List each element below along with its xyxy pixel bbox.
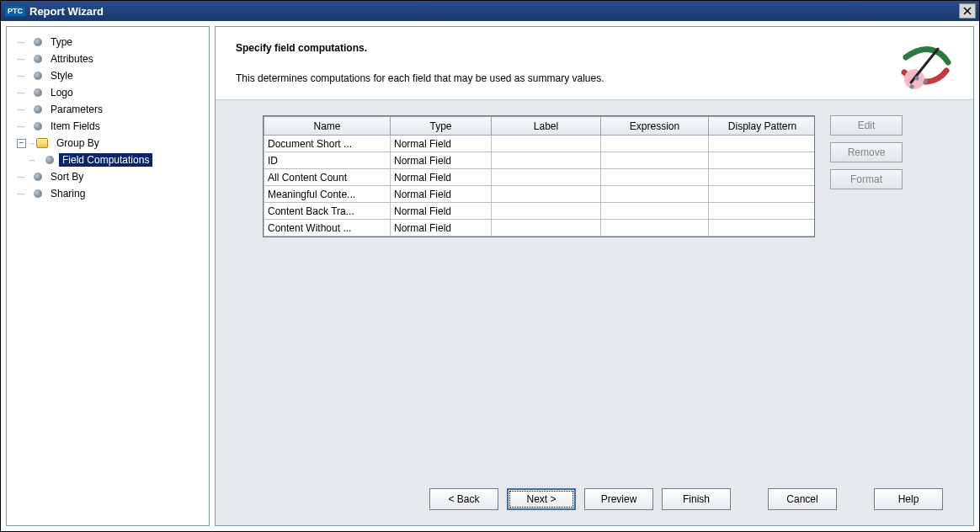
cell-pattern xyxy=(709,169,816,186)
cell-pattern xyxy=(709,136,816,152)
window-title: Report Wizard xyxy=(29,5,104,18)
fields-table[interactable]: NameTypeLabelExpressionDisplay Pattern D… xyxy=(263,115,815,237)
cell-type: Normal Field xyxy=(391,220,492,237)
column-header-display-pattern[interactable]: Display Pattern xyxy=(709,117,816,136)
close-icon xyxy=(963,7,972,15)
cell-expression xyxy=(601,203,709,220)
format-button[interactable]: Format xyxy=(830,169,903,189)
help-button[interactable]: Help xyxy=(874,488,943,510)
bullet-icon xyxy=(34,189,42,198)
tree-item-label: Logo xyxy=(47,86,77,99)
cell-label xyxy=(492,136,601,152)
cell-name: Content Back Tra... xyxy=(264,203,391,220)
cell-type: Normal Field xyxy=(391,186,492,203)
cell-type: Normal Field xyxy=(391,136,492,152)
cell-expression xyxy=(601,169,709,186)
expander-icon[interactable]: − xyxy=(17,139,26,148)
column-header-label[interactable]: Label xyxy=(492,117,601,136)
bullet-icon xyxy=(34,122,42,130)
main-area: NameTypeLabelExpressionDisplay Pattern D… xyxy=(216,99,973,525)
table-row[interactable]: All Content CountNormal Field xyxy=(264,169,816,186)
cell-pattern xyxy=(709,186,816,203)
preview-button[interactable]: Preview xyxy=(584,488,653,510)
cell-label xyxy=(492,220,601,237)
cell-name: Meaningful Conte... xyxy=(264,186,391,203)
tree-item-label: Parameters xyxy=(47,103,106,116)
tree-item-label: Style xyxy=(47,69,77,82)
bullet-icon xyxy=(34,105,42,114)
table-row[interactable]: IDNormal Field xyxy=(264,152,816,169)
bullet-icon xyxy=(34,72,42,80)
tree-item-group-by[interactable]: −···Group By xyxy=(10,135,205,152)
cancel-button[interactable]: Cancel xyxy=(768,488,837,510)
wizard-button-bar: < Back Next > Preview Finish Cancel Help xyxy=(263,481,956,519)
tree-item-parameters[interactable]: ·····Parameters xyxy=(10,101,205,118)
cell-pattern xyxy=(709,220,816,237)
column-header-name[interactable]: Name xyxy=(264,117,391,136)
bullet-icon xyxy=(34,88,42,97)
cell-label xyxy=(492,152,601,169)
brand-badge: PTC xyxy=(4,5,26,17)
cell-name: All Content Count xyxy=(264,169,391,186)
edit-button[interactable]: Edit xyxy=(830,115,903,136)
close-button[interactable] xyxy=(959,3,976,19)
cell-label xyxy=(492,186,601,203)
tree-item-style[interactable]: ·····Style xyxy=(10,67,205,84)
table-row[interactable]: Meaningful Conte...Normal Field xyxy=(264,186,816,203)
cell-expression xyxy=(601,186,709,203)
report-wizard-window: PTC Report Wizard ·····Type·····Attribut… xyxy=(0,0,980,532)
cell-pattern xyxy=(709,152,816,169)
bullet-icon xyxy=(45,156,54,164)
cell-label xyxy=(492,169,601,186)
titlebar: PTC Report Wizard xyxy=(1,1,979,21)
bullet-icon xyxy=(34,173,42,181)
bullet-icon xyxy=(34,38,42,46)
wizard-icon xyxy=(899,42,953,91)
cell-type: Normal Field xyxy=(391,169,492,186)
tree-item-type[interactable]: ·····Type xyxy=(10,34,205,51)
table-row[interactable]: Document Short ...Normal Field xyxy=(264,136,816,152)
table-row[interactable]: Content Without ...Normal Field xyxy=(264,220,816,237)
tree-item-logo[interactable]: ·····Logo xyxy=(10,84,205,101)
cell-expression xyxy=(601,152,709,169)
tree-item-attributes[interactable]: ·····Attributes xyxy=(10,51,205,67)
cell-type: Normal Field xyxy=(391,152,492,169)
bullet-icon xyxy=(34,55,42,63)
tree-item-label: Sharing xyxy=(47,187,88,200)
page-heading: Specify field computations. xyxy=(236,42,899,54)
tree-item-label: Group By xyxy=(53,136,103,150)
cell-type: Normal Field xyxy=(391,203,492,220)
cell-pattern xyxy=(709,203,816,220)
tree-item-field-computations[interactable]: ····Field Computations xyxy=(10,152,205,168)
tree-item-label: Item Fields xyxy=(47,120,104,133)
tree-item-sharing[interactable]: ·····Sharing xyxy=(10,185,205,202)
next-button[interactable]: Next > xyxy=(507,488,576,510)
remove-button[interactable]: Remove xyxy=(830,142,903,162)
cell-expression xyxy=(601,220,709,237)
header-area: Specify field computations. This determi… xyxy=(216,27,973,99)
side-button-group: Edit Remove Format xyxy=(830,115,903,189)
cell-name: ID xyxy=(264,152,391,169)
tree-item-item-fields[interactable]: ·····Item Fields xyxy=(10,118,205,135)
column-header-type[interactable]: Type xyxy=(391,117,492,136)
back-button[interactable]: < Back xyxy=(429,488,498,510)
folder-icon xyxy=(36,138,48,148)
tree-item-label: Sort By xyxy=(47,170,87,184)
tree-item-sort-by[interactable]: ·····Sort By xyxy=(10,168,205,185)
finish-button[interactable]: Finish xyxy=(662,488,731,510)
page-subtext: This determines computations for each fi… xyxy=(236,72,899,84)
cell-name: Document Short ... xyxy=(264,136,391,152)
tree-item-label: Attributes xyxy=(47,52,97,66)
cell-expression xyxy=(601,136,709,152)
tree-item-label: Type xyxy=(47,35,76,49)
cell-name: Content Without ... xyxy=(264,220,391,237)
cell-label xyxy=(492,203,601,220)
content-panel: Specify field computations. This determi… xyxy=(215,26,974,526)
nav-tree-panel: ·····Type·····Attributes·····Style·····L… xyxy=(6,26,210,526)
table-row[interactable]: Content Back Tra...Normal Field xyxy=(264,203,816,220)
column-header-expression[interactable]: Expression xyxy=(601,117,709,136)
tree-item-label: Field Computations xyxy=(59,153,152,167)
